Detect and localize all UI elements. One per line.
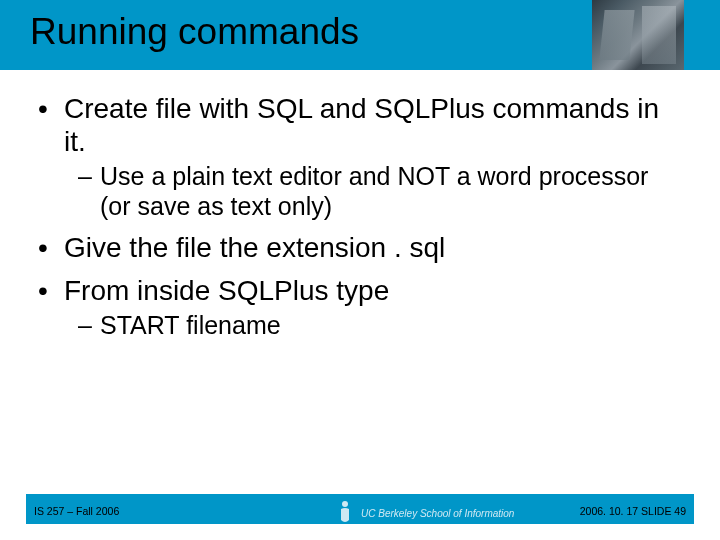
bullet-text: Create file with SQL and SQLPlus command… [64, 92, 678, 158]
bullet-text: Give the file the extension . sql [64, 231, 678, 264]
footer-logo-text: UC Berkeley School of Information [361, 508, 514, 519]
sub-bullet-item: – START filename [78, 311, 678, 341]
sub-bullet-item: – Use a plain text editor and NOT a word… [78, 162, 678, 221]
sub-bullet-text: START filename [100, 311, 678, 341]
bullet-dot-icon: • [38, 274, 64, 307]
dash-icon: – [78, 162, 100, 221]
sub-bullet-text: Use a plain text editor and NOT a word p… [100, 162, 678, 221]
bullet-item: • Create file with SQL and SQLPlus comma… [38, 92, 678, 221]
footer-left-text: IS 257 – Fall 2006 [34, 505, 119, 517]
footer-right-text: 2006. 10. 17 SLIDE 49 [580, 505, 686, 517]
slide-title: Running commands [30, 11, 359, 53]
bullet-item: • Give the file the extension . sql [38, 231, 678, 264]
header-decorative-photo [592, 0, 684, 70]
svg-point-0 [342, 501, 348, 507]
slide-content: • Create file with SQL and SQLPlus comma… [38, 92, 678, 351]
bullet-text: From inside SQLPlus type [64, 274, 678, 307]
bullet-dot-icon: • [38, 231, 64, 264]
dash-icon: – [78, 311, 100, 341]
bullet-item: • From inside SQLPlus type – START filen… [38, 274, 678, 341]
ischool-logo-icon [335, 500, 355, 526]
slide: Running commands • Create file with SQL … [0, 0, 720, 540]
bullet-dot-icon: • [38, 92, 64, 158]
footer-logo: UC Berkeley School of Information [335, 500, 514, 526]
